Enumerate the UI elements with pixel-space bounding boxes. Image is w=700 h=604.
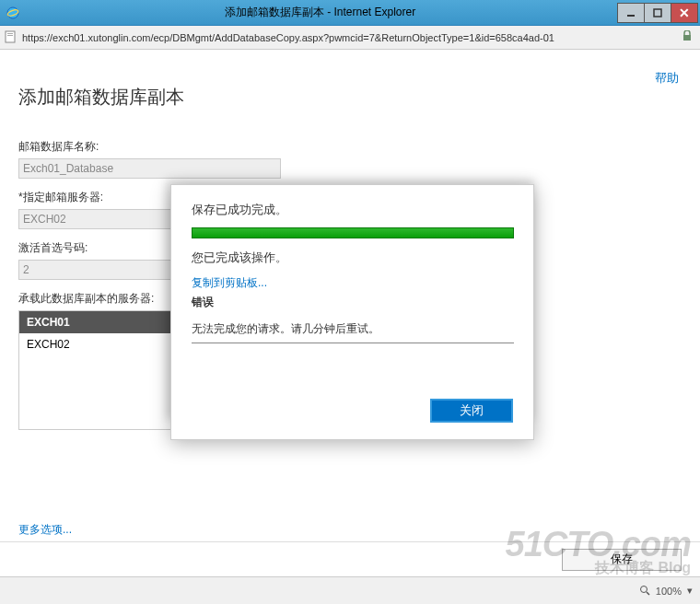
url-text[interactable]: https://exch01.xutonglin.com/ecp/DBMgmt/… [22,32,678,43]
minimize-button[interactable] [617,3,645,23]
dbname-label: 邮箱数据库名称: [18,139,682,155]
dialog-done-text: 您已完成该操作。 [192,250,513,266]
svg-line-9 [647,592,649,595]
progress-bar [192,227,514,238]
svg-point-8 [640,586,647,592]
result-dialog: 保存已成功完成。 您已完成该操作。 复制到剪贴板... 错误 无法完成您的请求。… [170,184,534,440]
window-titlebar: 添加邮箱数据库副本 - Internet Explorer ✕ [0,0,700,26]
error-text: 无法完成您的请求。请几分钟后重试。 [192,321,514,343]
svg-rect-6 [7,35,13,36]
window-title: 添加邮箱数据库副本 - Internet Explorer [22,5,618,20]
dialog-message: 保存已成功完成。 [192,202,513,218]
lock-icon [682,30,696,45]
maximize-button[interactable] [644,3,671,23]
ie-icon [4,4,22,22]
dbname-input[interactable] [18,158,281,179]
window-controls: ✕ [618,3,698,23]
svg-rect-7 [683,35,691,41]
page-icon [4,30,18,45]
svg-rect-2 [627,15,635,17]
chevron-down-icon[interactable]: ▾ [687,585,693,597]
zoom-level: 100% [656,586,682,597]
copy-clipboard-link[interactable]: 复制到剪贴板... [192,275,513,291]
help-link[interactable]: 帮助 [655,70,679,87]
page-footer: 保存 [0,541,700,576]
dialog-close-button[interactable]: 关闭 [430,399,513,423]
more-options-link[interactable]: 更多选项... [18,522,682,538]
svg-rect-3 [654,9,661,17]
close-button[interactable]: ✕ [671,3,698,23]
address-bar: https://exch01.xutonglin.com/ecp/DBMgmt/… [0,26,700,50]
save-button[interactable]: 保存 [562,549,682,571]
error-label: 错误 [192,295,513,310]
status-bar: 100% ▾ [0,576,700,604]
svg-point-0 [7,7,18,18]
page-title: 添加邮箱数据库副本 [18,85,682,110]
zoom-icon[interactable] [639,585,650,598]
svg-rect-4 [6,31,15,42]
svg-rect-5 [7,33,13,34]
